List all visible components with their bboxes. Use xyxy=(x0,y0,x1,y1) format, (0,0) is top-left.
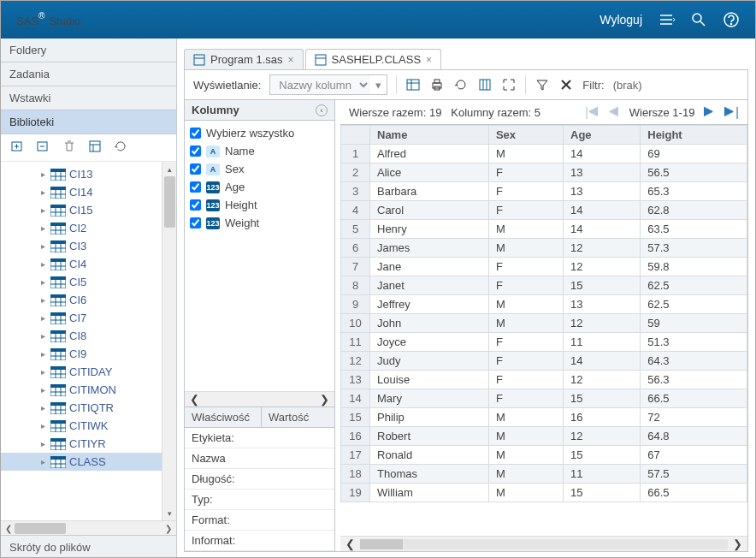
cell[interactable]: 13 xyxy=(564,295,641,314)
column-header[interactable]: Age xyxy=(564,126,641,145)
cell[interactable]: F xyxy=(488,163,563,182)
cell[interactable]: 56.3 xyxy=(641,371,747,389)
column-checkbox[interactable] xyxy=(190,163,201,175)
cell[interactable]: 56.5 xyxy=(641,163,747,182)
filter-icon[interactable] xyxy=(535,77,550,92)
cell[interactable]: Alice xyxy=(370,163,489,182)
search-icon[interactable] xyxy=(690,11,707,28)
next-page-icon[interactable]: ⯈ xyxy=(703,105,715,119)
table-row[interactable]: 5HenryM1463.5 xyxy=(341,220,747,239)
help-icon[interactable] xyxy=(723,11,740,28)
table-row[interactable]: 18ThomasM1157.5 xyxy=(341,465,747,484)
cell[interactable]: 12 xyxy=(564,258,641,276)
cell[interactable]: Henry xyxy=(370,220,489,239)
column-checkbox[interactable] xyxy=(190,181,201,193)
tab[interactable]: SASHELP.CLASS× xyxy=(305,49,442,69)
cell[interactable]: Jeffrey xyxy=(370,295,489,314)
cell[interactable]: F xyxy=(488,389,563,408)
nav-shortcuts[interactable]: Skróty do plików xyxy=(1,535,176,558)
refresh-grid-icon[interactable] xyxy=(453,77,469,92)
cell[interactable]: F xyxy=(488,333,563,352)
cell[interactable]: 13 xyxy=(564,182,641,201)
cell[interactable]: 15 xyxy=(564,389,641,408)
table-row[interactable]: 11JoyceF1151.3 xyxy=(341,333,747,352)
first-page-icon[interactable]: |⯇ xyxy=(585,105,600,119)
collapse-columns-icon[interactable]: ‹ xyxy=(316,104,328,116)
cell[interactable]: 14 xyxy=(564,352,641,371)
clear-filter-icon[interactable] xyxy=(558,77,574,92)
cell[interactable]: 63.5 xyxy=(641,220,747,239)
cell[interactable]: William xyxy=(370,484,489,502)
cell[interactable]: M xyxy=(488,145,563,163)
table-row[interactable]: 10JohnM1259 xyxy=(341,314,747,333)
tree-expand-icon[interactable] xyxy=(11,140,25,156)
tree-item[interactable]: ▸CI7 xyxy=(1,309,176,327)
cell[interactable]: Barbara xyxy=(370,182,489,201)
table-row[interactable]: 6JamesM1257.3 xyxy=(341,239,747,258)
nav-snippets[interactable]: Wstawki xyxy=(1,86,176,110)
tree-hscrollbar[interactable]: ❮❯ xyxy=(1,520,176,535)
cell[interactable]: F xyxy=(488,352,563,371)
cell[interactable]: 66.5 xyxy=(641,389,747,408)
cell[interactable]: 57.3 xyxy=(641,239,747,258)
tree-item[interactable]: ▸CI13 xyxy=(1,165,176,183)
cell[interactable]: M xyxy=(488,314,563,333)
delete-icon[interactable] xyxy=(62,140,76,156)
cell[interactable]: Carol xyxy=(370,201,489,220)
cell[interactable]: 15 xyxy=(564,276,641,295)
cell[interactable]: 62.5 xyxy=(641,295,747,314)
nav-tasks[interactable]: Zadania xyxy=(1,62,176,86)
cell[interactable]: Thomas xyxy=(370,465,489,484)
cell[interactable]: 14 xyxy=(564,220,641,239)
expand-icon[interactable] xyxy=(501,77,517,92)
tree-item[interactable]: ▸CITIWK xyxy=(1,417,176,435)
tree-item[interactable]: ▸CI4 xyxy=(1,255,176,273)
cell[interactable]: F xyxy=(488,276,563,295)
cell[interactable]: M xyxy=(488,484,563,502)
cell[interactable]: Alfred xyxy=(370,145,489,163)
cell[interactable]: F xyxy=(488,258,563,276)
cell[interactable]: M xyxy=(488,427,563,446)
cell[interactable]: M xyxy=(488,220,563,239)
cell[interactable]: 59 xyxy=(641,314,747,333)
last-page-icon[interactable]: ⯈| xyxy=(724,105,739,119)
cell[interactable]: 14 xyxy=(564,145,641,163)
refresh-icon[interactable] xyxy=(114,140,127,156)
close-tab-icon[interactable]: × xyxy=(426,54,432,66)
tab[interactable]: Program 1.sas× xyxy=(184,49,304,69)
more-menu-icon[interactable] xyxy=(658,11,675,28)
table-row[interactable]: 1AlfredM1469 xyxy=(341,145,747,163)
columns-icon[interactable] xyxy=(477,77,493,92)
cell[interactable]: 62.8 xyxy=(641,201,747,220)
cell[interactable]: 15 xyxy=(564,446,641,465)
column-checkbox[interactable] xyxy=(190,217,201,229)
table-row[interactable]: 19WilliamM1566.5 xyxy=(341,484,747,502)
cell[interactable]: Robert xyxy=(370,427,489,446)
cell[interactable]: 12 xyxy=(564,427,641,446)
column-checkbox[interactable] xyxy=(190,145,201,157)
cell[interactable]: F xyxy=(488,201,563,220)
cell[interactable]: 11 xyxy=(564,333,641,352)
cell[interactable]: M xyxy=(488,465,563,484)
library-tree[interactable]: ▸CI13▸CI14▸CI15▸CI2▸CI3▸CI4▸CI5▸CI6▸CI7▸… xyxy=(1,162,176,520)
table-row[interactable]: 15PhilipM1672 xyxy=(341,408,747,427)
cell[interactable]: M xyxy=(488,239,563,258)
view-table-icon[interactable] xyxy=(405,77,421,92)
cell[interactable]: 12 xyxy=(564,314,641,333)
close-tab-icon[interactable]: × xyxy=(288,54,294,66)
grid-hscrollbar[interactable]: ❮❯ xyxy=(340,536,747,551)
column-header[interactable]: Name xyxy=(370,126,489,145)
column-header[interactable]: Sex xyxy=(488,126,563,145)
cell[interactable]: 51.3 xyxy=(641,333,747,352)
cell[interactable]: 62.5 xyxy=(641,276,747,295)
cell[interactable]: Louise xyxy=(370,371,489,389)
cell[interactable]: M xyxy=(488,295,563,314)
tree-item[interactable]: ▸CITIMON xyxy=(1,381,176,399)
table-row[interactable]: 7JaneF1259.8 xyxy=(341,258,747,276)
cell[interactable]: 13 xyxy=(564,163,641,182)
table-row[interactable]: 8JanetF1562.5 xyxy=(341,276,747,295)
table-row[interactable]: 14MaryF1566.5 xyxy=(341,389,747,408)
select-all-checkbox[interactable] xyxy=(190,128,201,139)
table-row[interactable]: 9JeffreyM1362.5 xyxy=(341,295,747,314)
tree-item[interactable]: ▸CITIQTR xyxy=(1,399,176,417)
